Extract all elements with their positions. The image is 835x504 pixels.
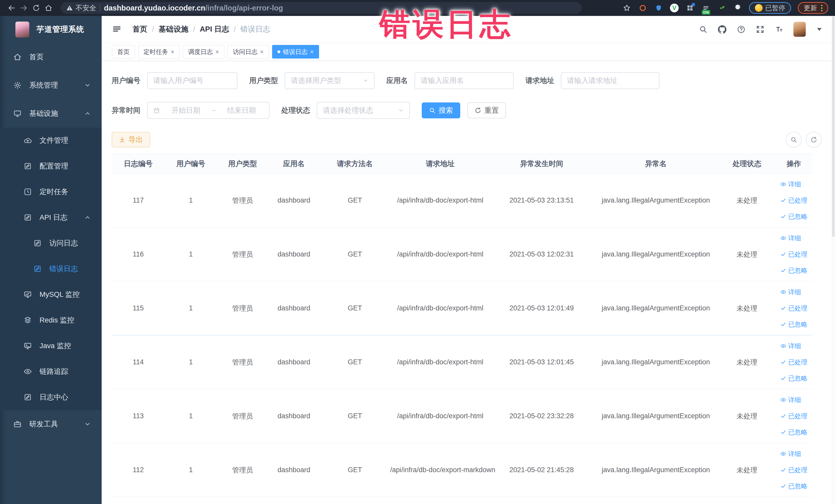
emoji-avatar-icon (755, 4, 762, 12)
hamburger-icon[interactable] (112, 24, 122, 35)
caret-down-icon[interactable] (817, 28, 822, 31)
processed-link[interactable]: 已处理 (780, 466, 808, 474)
sidebar-item-infra[interactable]: 基础设施 (0, 99, 102, 127)
close-icon[interactable]: × (260, 49, 264, 55)
home-icon[interactable] (44, 3, 54, 13)
processed-link[interactable]: 已处理 (780, 412, 808, 420)
bookmark-star-icon[interactable] (622, 3, 631, 13)
sidebar-item-redis-monitor[interactable]: Redis 监控 (0, 307, 102, 333)
check-icon (780, 375, 786, 381)
detail-link[interactable]: 详细 (780, 342, 801, 350)
user-avatar[interactable] (793, 22, 806, 37)
request-url-input[interactable] (567, 77, 653, 85)
ignored-link[interactable]: 已忽略 (780, 428, 808, 437)
security-chip[interactable]: 不安全 (66, 3, 96, 13)
user-type-select[interactable]: 请选择用户类型 (285, 72, 374, 89)
divider (100, 4, 100, 12)
close-icon[interactable]: × (216, 49, 219, 55)
eye-icon (780, 235, 786, 241)
detail-link[interactable]: 详细 (780, 180, 801, 188)
extension-grid-icon[interactable] (685, 3, 695, 13)
export-button[interactable]: 导出 (111, 132, 150, 147)
detail-link[interactable]: 详细 (780, 288, 801, 296)
forward-icon[interactable] (19, 3, 29, 13)
breadcrumb-infra[interactable]: 基础设施 (159, 24, 188, 35)
page-scrollbar[interactable] (832, 16, 835, 504)
sidebar-item-system[interactable]: 系统管理 (0, 71, 102, 99)
gear-icon (13, 81, 22, 89)
processed-link[interactable]: 已处理 (780, 304, 808, 313)
extension-switch-icon[interactable]: ON (701, 3, 711, 13)
help-icon[interactable] (736, 25, 746, 34)
sidebar-item-mysql-monitor[interactable]: MySQL 监控 (0, 282, 102, 307)
github-icon[interactable] (717, 25, 727, 34)
tab-scheduled-task[interactable]: 定时任务× (138, 45, 180, 59)
extension-v-icon[interactable]: V (670, 4, 679, 12)
tab-home[interactable]: 首页 (112, 45, 135, 59)
detail-link[interactable]: 详细 (780, 449, 801, 458)
sidebar-item-access-log[interactable]: 访问日志 (0, 230, 102, 256)
font-size-icon[interactable] (774, 25, 784, 34)
edit-doc-icon (33, 265, 42, 273)
sidebar-item-log-center[interactable]: 日志中心 (0, 384, 102, 410)
app-name-input[interactable] (421, 77, 507, 85)
detail-link[interactable]: 详细 (780, 396, 801, 404)
search-icon[interactable] (698, 25, 708, 34)
chevron-up-icon (84, 110, 91, 117)
sidebar-item-trace[interactable]: 链路追踪 (0, 359, 102, 384)
check-icon (780, 214, 786, 220)
extension-plant-icon[interactable] (717, 3, 727, 13)
tab-access-log[interactable]: 访问日志× (227, 45, 269, 59)
sidebar-item-home[interactable]: 首页 (0, 43, 102, 71)
processed-link[interactable]: 已处理 (780, 250, 808, 259)
sidebar-item-api-log[interactable]: API 日志 (0, 205, 102, 230)
scrollbar-thumb[interactable] (832, 16, 835, 237)
extensions-puzzle-icon[interactable] (733, 3, 742, 13)
back-icon[interactable] (7, 3, 16, 13)
tab-error-log[interactable]: 错误日志× (272, 45, 319, 59)
check-icon (780, 321, 786, 327)
ignored-link[interactable]: 已忽略 (780, 212, 808, 221)
processed-link[interactable]: 已处理 (780, 358, 808, 366)
table-row: 115 1 管理员 dashboard GET /api/infra/db-do… (111, 281, 812, 335)
date-range-picker[interactable]: 开始日期 ~ 结束日期 (147, 102, 269, 119)
check-icon (780, 429, 786, 435)
edit-doc-icon (33, 239, 42, 247)
ignored-link[interactable]: 已忽略 (780, 482, 808, 490)
ignored-link[interactable]: 已忽略 (780, 266, 808, 275)
process-status-select[interactable]: 请选择处理状态 (317, 102, 410, 119)
breadcrumb-home[interactable]: 首页 (133, 24, 147, 35)
fullscreen-icon[interactable] (755, 25, 765, 34)
table-row: 116 1 管理员 dashboard GET /api/infra/db-do… (111, 227, 812, 281)
sidebar-item-dev-tools[interactable]: 研发工具 (0, 410, 102, 438)
browser-update-button[interactable]: 更新 (798, 2, 828, 14)
detail-link[interactable]: 详细 (780, 234, 801, 242)
reset-button[interactable]: 重置 (467, 102, 506, 118)
tab-bar: 首页 定时任务× 调度日志× 访问日志× 错误日志× (102, 43, 835, 61)
refresh-table-button[interactable] (806, 132, 822, 148)
sidebar-item-java-monitor[interactable]: Java 监控 (0, 333, 102, 359)
extension-shield-icon[interactable] (654, 3, 663, 13)
toggle-search-button[interactable] (786, 132, 802, 148)
reload-icon[interactable] (31, 3, 41, 13)
kebab-menu-icon[interactable] (821, 5, 822, 11)
ignored-link[interactable]: 已忽略 (780, 374, 808, 383)
annotation-overlay: 错误日志 (380, 4, 513, 45)
tab-dispatch-log[interactable]: 调度日志× (183, 45, 224, 59)
sidebar-item-error-log[interactable]: 错误日志 (0, 256, 102, 282)
breadcrumb-api-log[interactable]: API 日志 (200, 24, 229, 35)
profile-paused-badge[interactable]: 已暂停 (749, 2, 791, 14)
app-logo[interactable]: 芋道管理系统 (0, 16, 102, 43)
sidebar-item-file-manage[interactable]: 文件管理 (0, 127, 102, 153)
extension-orange-icon[interactable] (638, 3, 647, 13)
ignored-link[interactable]: 已忽略 (780, 320, 808, 329)
close-icon[interactable]: × (171, 49, 174, 55)
table-row: 112 1 管理员 dashboard GET /api/infra/db-do… (111, 443, 812, 497)
processed-link[interactable]: 已处理 (780, 196, 808, 205)
sidebar-item-scheduled-task[interactable]: 定时任务 (0, 179, 102, 205)
search-button[interactable]: 搜索 (422, 102, 460, 118)
close-icon[interactable]: × (310, 49, 314, 55)
user-id-input[interactable] (153, 77, 231, 85)
refresh-icon (810, 136, 817, 143)
sidebar-item-config-manage[interactable]: 配置管理 (0, 153, 102, 179)
